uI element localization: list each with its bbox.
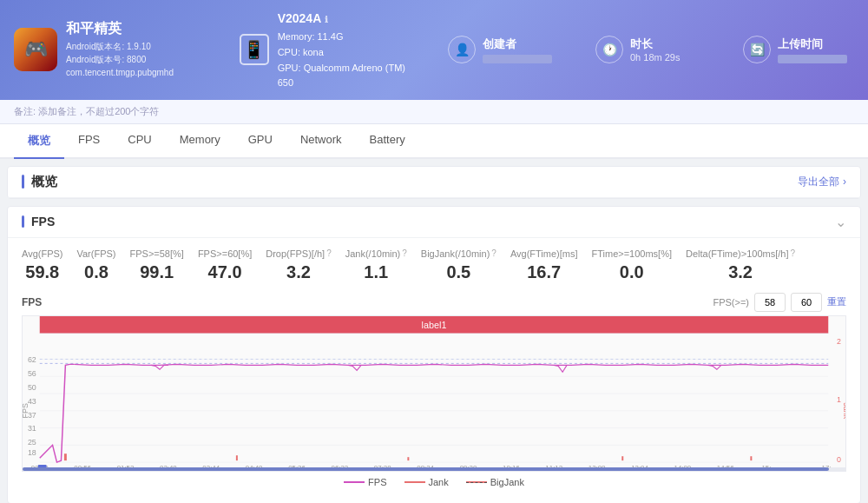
fps-threshold-2-input[interactable] bbox=[791, 293, 822, 312]
jank-legend-line bbox=[404, 481, 425, 483]
fps-gte-label: FPS(>=) bbox=[713, 297, 749, 308]
app-name: 和平精英 bbox=[66, 20, 174, 38]
export-all-button[interactable]: 导出全部 › bbox=[798, 175, 846, 189]
tab-bar: 概览 FPS CPU Memory GPU Network Battery bbox=[0, 124, 868, 159]
device-info: 📱 V2024A ℹ Memory: 11.4G CPU: kona GPU: … bbox=[240, 9, 413, 91]
delta-ftime-help-icon[interactable]: ? bbox=[791, 248, 796, 258]
svg-text:50: 50 bbox=[28, 383, 36, 392]
jank-legend-label: Jank bbox=[429, 477, 449, 487]
tab-fps[interactable]: FPS bbox=[64, 124, 114, 159]
app-info: 🎮 和平精英 Android版本名: 1.9.10 Android版本号: 88… bbox=[14, 20, 205, 79]
var-fps-label: Var(FPS) bbox=[76, 248, 115, 259]
fps-controls: FPS(>=) 重置 bbox=[713, 293, 846, 312]
avg-fps-label: Avg(FPS) bbox=[22, 248, 62, 259]
tab-network[interactable]: Network bbox=[286, 124, 356, 159]
note-placeholder[interactable]: 添加备注，不超过200个字符 bbox=[38, 106, 159, 116]
drop-fps-value: 3.2 bbox=[266, 262, 331, 282]
note-prefix: 备注: bbox=[14, 106, 38, 116]
avg-fps-value: 59.8 bbox=[22, 262, 62, 282]
note-bar: 备注: 添加备注，不超过200个字符 bbox=[0, 100, 868, 124]
creator-icon: 👤 bbox=[448, 36, 476, 63]
reset-button[interactable]: 重置 bbox=[827, 295, 846, 308]
app-details: 和平精英 Android版本名: 1.9.10 Android版本号: 8800… bbox=[66, 20, 174, 79]
upload-item: 🔄 上传时间 bbox=[743, 36, 856, 63]
android-version-code-label: Android版本号: bbox=[66, 55, 124, 64]
chart-fps-label: FPS bbox=[22, 296, 42, 308]
fps-section-header: FPS ⌄ bbox=[8, 207, 860, 238]
svg-text:Jank: Jank bbox=[842, 402, 845, 419]
fps-chart[interactable]: label1 62 56 50 43 37 31 bbox=[22, 315, 846, 472]
main-content: 概览 导出全部 › FPS ⌄ Avg(FPS) 59.8 bbox=[0, 159, 868, 503]
device-memory: Memory: 11.4G bbox=[278, 30, 413, 45]
fps-legend-line bbox=[344, 481, 365, 483]
drop-fps-help-icon[interactable]: ? bbox=[326, 248, 332, 258]
fps-section-title: FPS bbox=[22, 215, 55, 228]
export-label: 导出全部 bbox=[798, 175, 839, 189]
fps-collapse-button[interactable]: ⌄ bbox=[835, 214, 846, 230]
svg-text:FPS: FPS bbox=[23, 403, 30, 418]
creator-label: 创建者 bbox=[483, 36, 552, 52]
device-cpu: CPU: kona bbox=[278, 45, 413, 61]
device-gpu: GPU: Qualcomm Adreno (TM) 650 bbox=[278, 61, 413, 91]
device-version: V2024A ℹ bbox=[278, 9, 413, 28]
fps60-label: FPS>=60[%] bbox=[198, 248, 252, 259]
delta-ftime-value: 3.2 bbox=[686, 262, 795, 282]
metric-var-fps: Var(FPS) 0.8 bbox=[76, 248, 129, 282]
bigjank-legend-line bbox=[466, 481, 487, 483]
drop-fps-label: Drop(FPS)[/h] ? bbox=[266, 248, 331, 259]
legend-fps: FPS bbox=[344, 477, 386, 487]
upload-text: 上传时间 bbox=[778, 36, 847, 63]
export-arrow-icon: › bbox=[843, 175, 846, 188]
svg-text:2: 2 bbox=[837, 336, 841, 345]
chart-scrollbar-track bbox=[23, 467, 845, 471]
duration-item: 🕐 时长 0h 18m 29s bbox=[595, 36, 708, 63]
tab-battery[interactable]: Battery bbox=[356, 124, 419, 159]
duration-text: 时长 0h 18m 29s bbox=[630, 36, 680, 63]
metric-bigjank: BigJank(/10min) ? 0.5 bbox=[421, 248, 510, 282]
tab-overview[interactable]: 概览 bbox=[14, 124, 64, 159]
upload-label: 上传时间 bbox=[778, 36, 847, 52]
duration-value: 0h 18m 29s bbox=[630, 52, 680, 63]
tab-cpu[interactable]: CPU bbox=[114, 124, 165, 159]
svg-text:62: 62 bbox=[28, 355, 36, 364]
metric-drop-fps: Drop(FPS)[/h] ? 3.2 bbox=[266, 248, 345, 282]
overview-title: 概览 bbox=[22, 174, 57, 190]
fps-legend-label: FPS bbox=[368, 477, 386, 487]
creator-text: 创建者 bbox=[483, 36, 552, 63]
svg-text:label1: label1 bbox=[422, 320, 447, 330]
ftime100-value: 0.0 bbox=[592, 262, 673, 282]
creator-item: 👤 创建者 bbox=[448, 36, 561, 63]
fps-section: FPS ⌄ Avg(FPS) 59.8 Var(FPS) 0.8 bbox=[7, 206, 861, 503]
tab-gpu[interactable]: GPU bbox=[234, 124, 286, 159]
clock-icon: 🕐 bbox=[595, 36, 623, 63]
jank-label: Jank(/10min) ? bbox=[345, 248, 407, 259]
fps-threshold-1-input[interactable] bbox=[754, 293, 786, 312]
metric-ftime100: FTime>=100ms[%] 0.0 bbox=[592, 248, 687, 282]
fps58-label: FPS>=58[%] bbox=[130, 248, 184, 259]
device-details: V2024A ℹ Memory: 11.4G CPU: kona GPU: Qu… bbox=[278, 9, 413, 91]
fps-metrics-area: Avg(FPS) 59.8 Var(FPS) 0.8 FPS>=58[%] 99… bbox=[8, 238, 860, 503]
tab-memory[interactable]: Memory bbox=[166, 124, 234, 159]
svg-text:56: 56 bbox=[28, 369, 36, 378]
ftime100-label: FTime>=100ms[%] bbox=[592, 248, 673, 259]
phone-icon: 📱 bbox=[240, 34, 269, 65]
metric-avg-ftime: Avg(FTime)[ms] 16.7 bbox=[510, 248, 592, 282]
svg-text:25: 25 bbox=[28, 438, 36, 447]
bigjank-help-icon[interactable]: ? bbox=[491, 248, 496, 258]
svg-text:0: 0 bbox=[837, 455, 841, 464]
chart-legend: FPS Jank BigJank bbox=[22, 472, 846, 493]
android-version: 1.9.10 bbox=[127, 42, 151, 51]
avg-ftime-value: 16.7 bbox=[510, 262, 578, 282]
fps60-value: 47.0 bbox=[198, 262, 252, 282]
jank-help-icon[interactable]: ? bbox=[402, 248, 407, 258]
header: 🎮 和平精英 Android版本名: 1.9.10 Android版本号: 88… bbox=[0, 0, 868, 100]
duration-label: 时长 bbox=[630, 36, 680, 52]
delta-ftime-label: Delta(FTime)>100ms[/h] ? bbox=[686, 248, 795, 259]
app-icon-symbol: 🎮 bbox=[24, 38, 48, 61]
fps58-value: 99.1 bbox=[130, 262, 184, 282]
svg-text:31: 31 bbox=[28, 424, 36, 433]
bigjank-label: BigJank(/10min) ? bbox=[421, 248, 496, 259]
app-icon: 🎮 bbox=[14, 28, 57, 71]
chart-scrollbar-thumb[interactable] bbox=[23, 467, 829, 471]
legend-bigjank: BigJank bbox=[466, 477, 524, 487]
